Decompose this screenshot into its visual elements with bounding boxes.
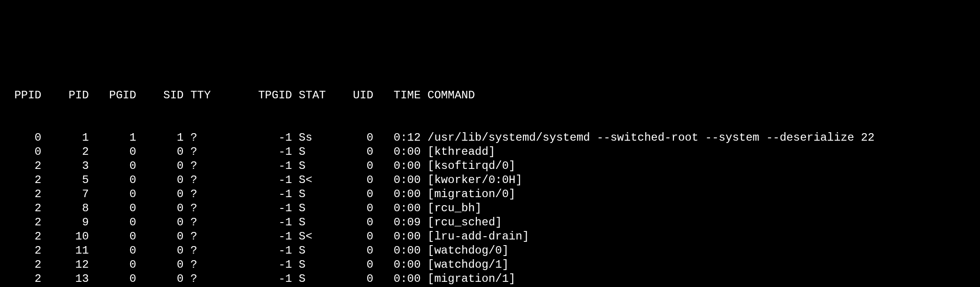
cell-pid: 7 xyxy=(41,188,89,200)
ps-row: 2 12 0 0 ? -1 S 0 0:00 [watchdog/1] xyxy=(8,258,972,272)
cell-pgid: 0 xyxy=(89,258,136,271)
cell-pgid: 0 xyxy=(89,145,136,158)
cell-ppid: 2 xyxy=(8,272,41,285)
cell-command: [migration/0] xyxy=(421,188,516,200)
cell-pid: 1 xyxy=(41,131,89,144)
cell-ppid: 2 xyxy=(8,244,41,257)
cell-stat: S< xyxy=(292,230,332,243)
cell-pgid: 0 xyxy=(89,174,136,186)
cell-uid: 0 xyxy=(332,174,373,186)
ps-row: 2 13 0 0 ? -1 S 0 0:00 [migration/1] xyxy=(8,272,972,286)
cell-tty: ? xyxy=(184,202,218,215)
cell-pgid: 0 xyxy=(89,244,136,257)
cell-tpgid: -1 xyxy=(218,272,292,285)
cell-tpgid: -1 xyxy=(218,258,292,271)
cell-sid: 0 xyxy=(136,202,184,215)
cell-stat: S xyxy=(292,188,332,200)
cell-stat: Ss xyxy=(292,131,332,144)
cell-pgid: 0 xyxy=(89,216,136,229)
cell-command: [migration/1] xyxy=(421,272,516,285)
cell-command: [rcu_bh] xyxy=(421,202,482,215)
cell-uid: 0 xyxy=(332,258,373,271)
cell-pgid: 1 xyxy=(89,131,136,144)
cell-tpgid: -1 xyxy=(218,174,292,186)
cell-tpgid: -1 xyxy=(218,230,292,243)
cell-pid: 13 xyxy=(41,272,89,285)
cell-pgid: 0 xyxy=(89,159,136,172)
cell-tty: ? xyxy=(184,258,218,271)
cell-time: 0:09 xyxy=(373,216,421,229)
cell-stat: S xyxy=(292,272,332,285)
cell-pid: 12 xyxy=(41,258,89,271)
cell-pid: 10 xyxy=(41,230,89,243)
cell-uid: 0 xyxy=(332,230,373,243)
col-header-pgid: PGID xyxy=(89,89,136,102)
cell-time: 0:00 xyxy=(373,159,421,172)
cell-stat: S xyxy=(292,244,332,257)
ps-row: 2 11 0 0 ? -1 S 0 0:00 [watchdog/0] xyxy=(8,244,972,258)
cell-uid: 0 xyxy=(332,159,373,172)
cell-time: 0:00 xyxy=(373,174,421,186)
cell-command: [rcu_sched] xyxy=(421,216,502,229)
cell-uid: 0 xyxy=(332,272,373,285)
col-header-ppid: PPID xyxy=(8,89,41,102)
cell-sid: 0 xyxy=(136,244,184,257)
cell-tpgid: -1 xyxy=(218,244,292,257)
cell-uid: 0 xyxy=(332,202,373,215)
cell-sid: 0 xyxy=(136,145,184,158)
cell-time: 0:00 xyxy=(373,272,421,285)
cell-ppid: 2 xyxy=(8,216,41,229)
ps-row: 2 5 0 0 ? -1 S< 0 0:00 [kworker/0:0H] xyxy=(8,173,972,187)
cell-tpgid: -1 xyxy=(218,216,292,229)
col-header-sid: SID xyxy=(136,89,184,102)
cell-stat: S xyxy=(292,258,332,271)
col-header-stat: STAT xyxy=(292,89,332,102)
cell-pgid: 0 xyxy=(89,202,136,215)
col-header-time: TIME xyxy=(373,89,421,102)
ps-row: 0 2 0 0 ? -1 S 0 0:00 [kthreadd] xyxy=(8,145,972,159)
col-header-command: COMMAND xyxy=(421,89,475,102)
ps-row: 2 7 0 0 ? -1 S 0 0:00 [migration/0] xyxy=(8,187,972,201)
cell-time: 0:00 xyxy=(373,188,421,200)
ps-row: 2 9 0 0 ? -1 S 0 0:09 [rcu_sched] xyxy=(8,215,972,230)
cell-tty: ? xyxy=(184,216,218,229)
ps-header-row: PPID PID PGID SID TTY TPGID STAT UID TIM… xyxy=(8,88,972,103)
cell-tpgid: -1 xyxy=(218,188,292,200)
cell-pid: 8 xyxy=(41,202,89,215)
cell-time: 0:12 xyxy=(373,131,421,144)
cell-time: 0:00 xyxy=(373,145,421,158)
col-header-pid: PID xyxy=(41,89,89,102)
cell-sid: 1 xyxy=(136,131,184,144)
cell-ppid: 0 xyxy=(8,131,41,144)
cell-time: 0:00 xyxy=(373,202,421,215)
cell-command: [watchdog/0] xyxy=(421,244,509,257)
cell-sid: 0 xyxy=(136,216,184,229)
cell-sid: 0 xyxy=(136,174,184,186)
cell-uid: 0 xyxy=(332,188,373,200)
cell-tpgid: -1 xyxy=(218,159,292,172)
col-header-tpgid: TPGID xyxy=(218,89,292,102)
cell-tpgid: -1 xyxy=(218,131,292,144)
ps-output: PPID PID PGID SID TTY TPGID STAT UID TIM… xyxy=(8,60,972,287)
cell-command: [kthreadd] xyxy=(421,145,495,158)
cell-pid: 2 xyxy=(41,145,89,158)
cell-tty: ? xyxy=(184,272,218,285)
cell-ppid: 2 xyxy=(8,188,41,200)
cell-command: [watchdog/1] xyxy=(421,258,509,271)
cell-sid: 0 xyxy=(136,272,184,285)
cell-pgid: 0 xyxy=(89,272,136,285)
ps-row: 2 10 0 0 ? -1 S< 0 0:00 [lru-add-drain] xyxy=(8,230,972,244)
cell-stat: S xyxy=(292,145,332,158)
cell-ppid: 2 xyxy=(8,258,41,271)
cell-uid: 0 xyxy=(332,244,373,257)
ps-row: 2 8 0 0 ? -1 S 0 0:00 [rcu_bh] xyxy=(8,201,972,215)
cell-tty: ? xyxy=(184,244,218,257)
cell-time: 0:00 xyxy=(373,258,421,271)
cell-stat: S xyxy=(292,159,332,172)
cell-time: 0:00 xyxy=(373,230,421,243)
cell-command: [lru-add-drain] xyxy=(421,230,529,243)
cell-stat: S xyxy=(292,216,332,229)
cell-tpgid: -1 xyxy=(218,202,292,215)
cell-stat: S< xyxy=(292,174,332,186)
cell-pgid: 0 xyxy=(89,230,136,243)
